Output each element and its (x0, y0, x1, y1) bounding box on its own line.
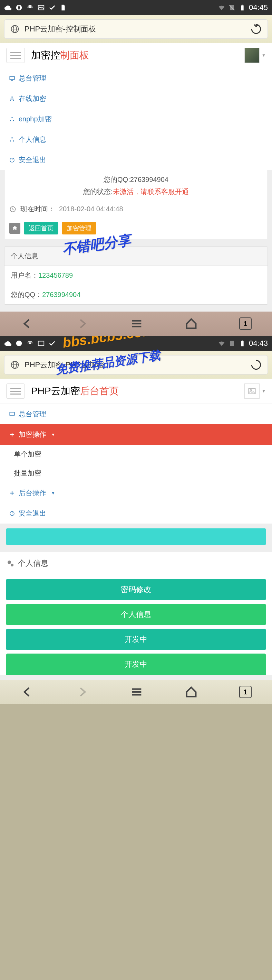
battery-icon (239, 340, 246, 347)
plus-icon (9, 490, 15, 496)
battery-icon (239, 4, 246, 11)
svg-point-32 (30, 343, 31, 344)
activation-status: 您的状态:未激活，请联系客服开通 (9, 187, 263, 196)
monitor-icon (9, 411, 15, 417)
browser-icon (15, 4, 23, 11)
android-status-bar: 04:43 (0, 336, 272, 351)
page-header: PHP云加密后台首页 ▼ (0, 379, 272, 404)
nav-tabs-button[interactable]: 1 (239, 686, 251, 698)
sidebar-item-enphp[interactable]: enphp加密 (0, 109, 272, 129)
status-time: 04:43 (249, 339, 268, 348)
svg-point-49 (8, 560, 11, 564)
svg-rect-13 (10, 100, 11, 101)
sidebar-menu: 总台管理 在线加密 enphp加密 个人信息 安全退出 (0, 68, 272, 170)
sim-icon (59, 4, 67, 11)
android-status-bar: 04:45 (0, 0, 272, 15)
sidebar-item-backend-ops[interactable]: 后台操作 ▼ (0, 483, 272, 503)
personal-info-panel: 个人信息 用户名：123456789 您的QQ：2763994904 (4, 246, 268, 305)
in-development-button-2[interactable]: 开发中 (6, 654, 266, 675)
svg-rect-5 (241, 6, 244, 11)
chevron-down-icon: ▼ (51, 432, 55, 437)
nav-menu-button[interactable] (130, 685, 144, 699)
nav-forward-button[interactable] (75, 317, 89, 331)
svg-rect-36 (242, 340, 243, 341)
qq-row: 您的QQ：2763994904 (5, 285, 267, 304)
power-icon (9, 511, 15, 517)
cloud-icon (4, 4, 12, 11)
avatar (244, 48, 259, 63)
svg-rect-34 (230, 341, 234, 346)
svg-point-31 (16, 340, 22, 347)
sidebar-item-label: 安全退出 (19, 509, 46, 518)
gears-icon (6, 559, 14, 568)
sitemap-icon (9, 116, 15, 123)
sidebar-item-logout[interactable]: 安全退出 (0, 150, 272, 170)
sidebar-item-label: 个人信息 (19, 135, 46, 144)
encrypt-manage-button[interactable]: 加密管理 (62, 222, 96, 234)
url-box[interactable]: PHP云加密-PHP云加密 (4, 355, 268, 374)
sidebar-item-label: 加密操作 (19, 430, 46, 439)
teal-banner (6, 528, 266, 545)
submenu-batch-encrypt[interactable]: 批量加密 (0, 464, 272, 483)
svg-rect-10 (9, 76, 14, 80)
submenu-single-encrypt[interactable]: 单个加密 (0, 445, 272, 464)
qq-info: 您的QQ:2763994904 (9, 175, 263, 184)
svg-rect-35 (241, 341, 244, 347)
hamburger-menu-button[interactable] (6, 383, 25, 399)
browser-bottom-nav: 1 (0, 312, 272, 336)
in-development-button-1[interactable]: 开发中 (6, 628, 266, 650)
sidebar-item-label: 后台操作 (19, 488, 46, 498)
sitemap-icon (9, 96, 15, 102)
check-icon (48, 4, 56, 11)
nav-back-button[interactable] (21, 685, 34, 699)
sitemap-icon (9, 137, 15, 143)
svg-point-1 (30, 7, 31, 8)
svg-rect-24 (13, 140, 14, 142)
hamburger-menu-button[interactable] (6, 48, 25, 63)
image-icon (37, 340, 45, 347)
username-row: 用户名：123456789 (5, 266, 267, 285)
chevron-down-icon: ▼ (51, 491, 55, 496)
cloud-icon (4, 340, 12, 347)
sidebar-item-dashboard[interactable]: 总台管理 (0, 68, 272, 89)
sidebar-item-label: 总台管理 (19, 409, 46, 419)
nav-tabs-button[interactable]: 1 (239, 317, 251, 330)
return-home-button[interactable]: 返回首页 (24, 222, 59, 234)
user-avatar-dropdown[interactable]: ▼ (244, 383, 266, 399)
sidebar-item-encrypt-ops[interactable]: 加密操作 ▼ (0, 424, 272, 445)
current-time-row: 现在时间： 2018-02-04 04:44:48 (9, 200, 263, 218)
sidebar-item-label: 在线加密 (19, 94, 46, 103)
personal-info-section-header: 个人信息 (0, 552, 272, 575)
nav-menu-button[interactable] (130, 317, 144, 331)
user-avatar-dropdown[interactable]: ▼ (244, 48, 266, 63)
home-icon[interactable] (9, 223, 21, 234)
no-sim-icon (228, 4, 236, 11)
svg-rect-14 (13, 100, 14, 101)
reload-icon[interactable] (250, 23, 262, 35)
sidebar-item-logout[interactable]: 安全退出 (0, 503, 272, 523)
nav-home-button[interactable] (184, 317, 198, 331)
change-password-button[interactable]: 密码修改 (6, 579, 266, 600)
plus-icon (9, 431, 15, 438)
browser-bottom-nav: 1 (0, 680, 272, 704)
svg-rect-6 (242, 5, 243, 6)
globe-icon (10, 24, 20, 34)
browser-url-bar: PHP云加密-PHP云加密 (0, 351, 272, 379)
wifi-icon (218, 4, 225, 11)
chevron-down-icon: ▼ (262, 389, 266, 393)
page-header: 加密控制面板 ▼ (0, 43, 272, 68)
reload-icon[interactable] (250, 359, 262, 371)
hotspot-icon (26, 4, 34, 11)
nav-back-button[interactable] (21, 317, 34, 331)
sidebar-item-profile[interactable]: 个人信息 (0, 129, 272, 150)
nav-forward-button[interactable] (75, 685, 89, 699)
page-title: PHP云加密后台首页 (31, 385, 119, 398)
personal-info-button[interactable]: 个人信息 (6, 604, 266, 625)
content-area: 您的QQ:2763994904 您的状态:未激活，请联系客服开通 现在时间： 2… (0, 170, 272, 312)
url-box[interactable]: PHP云加密-控制面板 (4, 19, 268, 39)
sidebar-item-label: 总台管理 (19, 74, 46, 83)
nav-home-button[interactable] (184, 685, 198, 699)
sidebar-item-online-encrypt[interactable]: 在线加密 (0, 89, 272, 109)
monitor-icon (9, 75, 15, 82)
sidebar-item-dashboard[interactable]: 总台管理 (0, 404, 272, 424)
